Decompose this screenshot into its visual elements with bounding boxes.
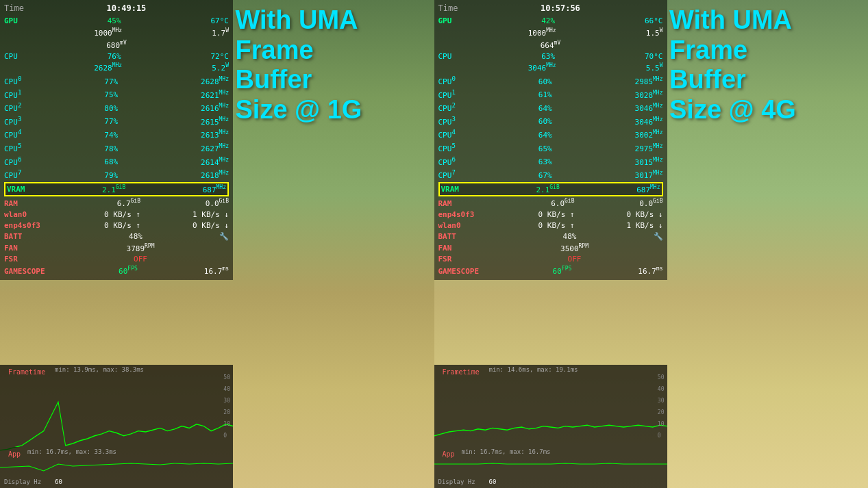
- enp-label-2: enp4s0f3: [438, 209, 486, 220]
- cpu-row-1: CPU 76% 72°C: [4, 51, 229, 62]
- cpu-core-4-pct-2: 64%: [538, 130, 552, 141]
- hud-overlay-1: Time 10:49:15 GPU 45% 67°C 1000MHz 1.7W …: [0, 0, 233, 280]
- batt-val-1: 48%: [129, 231, 142, 242]
- cpu-core-6-label-2: CPU6: [438, 155, 456, 168]
- display-hz-label-2: Display Hz: [438, 478, 475, 485]
- ram-label-2: RAM: [438, 198, 486, 209]
- time-row-1: Time 10:49:15: [4, 3, 229, 14]
- cpu-core-4-pct-1: 74%: [104, 130, 118, 141]
- cpu-core-0-row-1: CPU0 77% 2628MHz: [4, 74, 229, 88]
- cpu-core-2-label-2: CPU2: [438, 101, 456, 114]
- gamescope-fps-2: 60FPS: [553, 265, 572, 277]
- cpu-core-0-row-2: CPU0 60% 2985MHz: [438, 74, 663, 88]
- gpu-mv-2: 664mV: [541, 39, 561, 51]
- time-label-2: Time: [438, 3, 458, 14]
- cpu-core-7-pct-2: 67%: [538, 170, 552, 181]
- batt-icon-1: 🔧: [219, 231, 229, 242]
- fan-row-1: FAN 3789RPM: [4, 242, 229, 255]
- cpu-core-4-row-2: CPU4 64% 3002MHz: [438, 127, 663, 141]
- gamescope-ms-1: 16.7ms: [204, 265, 229, 277]
- vram-row-2: VRAM 2.1GiB 687MHz: [438, 182, 663, 197]
- cpu-core-6-label-1: CPU6: [4, 155, 21, 168]
- cpu-core-7-mhz-2: 3017MHz: [635, 169, 663, 181]
- fsr-label-1: FSR: [4, 254, 52, 265]
- hud-overlay-2: Time 10:57:56 GPU 42% 66°C 1000MHz 1.5W …: [434, 0, 667, 280]
- display-hz-label-1: Display Hz: [4, 478, 41, 485]
- gamescope-label-1: GAMESCOPE: [4, 266, 52, 277]
- panel-1: Time 10:49:15 GPU 45% 67°C 1000MHz 1.7W …: [0, 0, 434, 488]
- frametime-label-2: Frametime: [438, 367, 484, 376]
- ram-row-2: RAM 6.0GiB 0.0GiB: [438, 197, 663, 209]
- cpu-core-5-mhz-1: 2627MHz: [201, 142, 229, 155]
- uma-text-1: With UMAFrameBufferSize @ 1G: [236, 5, 427, 125]
- vram-label-1: VRAM: [7, 184, 25, 195]
- cpu-core-3-label-1: CPU3: [4, 114, 21, 128]
- gamescope-row-1: GAMESCOPE 60FPS 16.7ms: [4, 265, 229, 277]
- enp-down-2: 0 KB/s ↓: [627, 209, 663, 220]
- cpu-label-1: CPU: [4, 51, 18, 62]
- cpu-core-1-pct-1: 75%: [104, 90, 118, 101]
- wlan0-row-1: wlan0 0 KB/s ↑ 1 KB/s ↓: [4, 209, 229, 220]
- cpu-core-3-pct-1: 77%: [104, 116, 118, 127]
- frametime-minmax-1: min: 13.9ms, max: 38.3ms: [55, 366, 144, 373]
- app-svg-2: [434, 454, 667, 474]
- enp-up-2: 0 KB/s ↑: [538, 209, 575, 220]
- display-hz-val-2: 60: [489, 478, 497, 485]
- frametime-graph-2: Frametime min: 14.6ms, max: 19.1ms 50403…: [434, 365, 667, 447]
- frametime-scale-2: 50403020100: [658, 374, 665, 439]
- gamescope-fps-1: 60FPS: [119, 265, 138, 277]
- enp-label-1: enp4s0f3: [4, 220, 52, 231]
- ram-used-2: 6.0GiB: [551, 197, 574, 209]
- cpu-core-6-pct-2: 63%: [538, 157, 552, 168]
- cpu-core-0-label-2: CPU0: [438, 74, 456, 88]
- ram-free-2: 0.0GiB: [639, 197, 662, 209]
- batt-label-1: BATT: [4, 231, 52, 242]
- wlan0-row-2: wlan0 0 KB/s ↑ 1 KB/s ↓: [438, 220, 663, 231]
- batt-row-2: BATT 48% 🔧: [438, 231, 663, 242]
- cpu-core-5-pct-1: 78%: [104, 144, 118, 155]
- cpu-core-2-label-1: CPU2: [4, 101, 21, 114]
- app-svg-1: [0, 454, 233, 474]
- wlan0-up-2: 0 KB/s ↑: [538, 220, 575, 231]
- frametime-scale-1: 50403020100: [223, 374, 230, 439]
- vram-used-2: 2.1GiB: [536, 183, 559, 196]
- app-graph-1: App min: 16.7ms, max: 33.3ms Display Hz …: [0, 447, 233, 488]
- vram-clock-1: 687MHz: [203, 183, 226, 196]
- cpu-core-4-mhz-1: 2613MHz: [201, 129, 229, 141]
- cpu-core-3-row-2: CPU3 60% 3046MHz: [438, 114, 663, 128]
- cpu-row-2: CPU 63% 70°C: [438, 51, 663, 62]
- cpu-usage-2: 63%: [541, 51, 555, 62]
- gamescope-row-2: GAMESCOPE 60FPS 16.7ms: [438, 265, 663, 277]
- cpu-watt-2: 5.5W: [646, 62, 663, 74]
- cpu-core-5-label-2: CPU5: [438, 141, 456, 155]
- batt-icon-2: 🔧: [654, 231, 663, 242]
- fan-row-2: FAN 3500RPM: [438, 242, 663, 255]
- fsr-val-1: OFF: [134, 254, 147, 265]
- cpu-watt-1: 5.2W: [212, 62, 229, 74]
- ram-free-1: 0.0GiB: [206, 197, 229, 209]
- cpu-core-6-pct-1: 68%: [104, 157, 118, 168]
- cpu-core-7-mhz-1: 2618MHz: [201, 169, 229, 181]
- fsr-row-1: FSR OFF: [4, 254, 229, 265]
- app-graph-2: App min: 16.7ms, max: 16.7ms Display Hz …: [434, 447, 667, 488]
- display-hz-val-1: 60: [55, 478, 62, 485]
- cpu-core-4-label-1: CPU4: [4, 127, 21, 141]
- fsr-val-2: OFF: [568, 254, 582, 265]
- cpu-core-5-mhz-2: 2975MHz: [635, 142, 663, 155]
- cpu-core-6-mhz-2: 3015MHz: [635, 156, 663, 168]
- vram-used-1: 2.1GiB: [102, 183, 125, 196]
- cpu-core-7-pct-1: 79%: [104, 170, 118, 181]
- vram-inner-1: VRAM 2.1GiB 687MHz: [7, 183, 226, 196]
- cpu-core-0-mhz-1: 2628MHz: [201, 75, 229, 88]
- cpu-core-0-label-1: CPU0: [4, 74, 21, 88]
- time-label-1: Time: [4, 3, 24, 14]
- cpu-usage-1: 76%: [108, 51, 121, 62]
- cpu-core-0-pct-2: 60%: [538, 77, 552, 88]
- fan-label-1: FAN: [4, 243, 52, 254]
- cpu-core-3-row-1: CPU3 77% 2615MHz: [4, 114, 229, 128]
- cpu-core-1-mhz-2: 3028MHz: [635, 89, 663, 101]
- ram-row-1: RAM 6.7GiB 0.0GiB: [4, 197, 229, 209]
- fsr-label-2: FSR: [438, 254, 486, 265]
- cpu-core-7-row-2: CPU7 67% 3017MHz: [438, 168, 663, 181]
- fsr-row-2: FSR OFF: [438, 254, 663, 265]
